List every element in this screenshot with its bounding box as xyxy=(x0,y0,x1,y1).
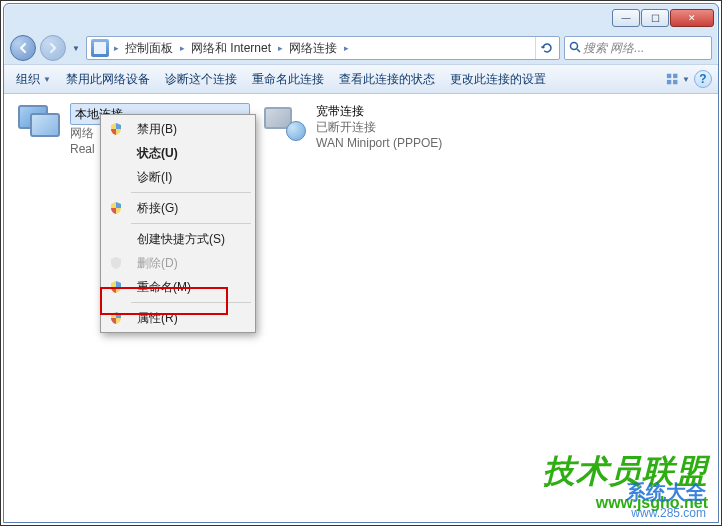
connection-title: 宽带连接 xyxy=(316,103,442,119)
svg-rect-2 xyxy=(667,74,671,78)
watermark-text-blue: 系统大全 xyxy=(626,479,706,506)
breadcrumb-control-panel[interactable]: 控制面板 xyxy=(121,40,177,57)
svg-rect-5 xyxy=(673,80,677,84)
minimize-button[interactable]: — xyxy=(612,9,640,27)
maximize-button[interactable]: ☐ xyxy=(641,9,669,27)
menu-separator xyxy=(131,223,251,224)
view-status-button[interactable]: 查看此连接的状态 xyxy=(333,68,444,91)
breadcrumb-sep[interactable]: ▸ xyxy=(111,43,121,53)
breadcrumb-sep[interactable]: ▸ xyxy=(177,43,187,53)
navigation-row: ▼ ▸ 控制面板 ▸ 网络和 Internet ▸ 网络连接 ▸ 搜索 网络..… xyxy=(4,32,718,64)
svg-point-0 xyxy=(571,42,578,49)
history-dropdown[interactable]: ▼ xyxy=(70,44,82,53)
menu-properties[interactable]: 属性(R) xyxy=(103,306,253,330)
breadcrumb-sep[interactable]: ▸ xyxy=(275,43,285,53)
search-placeholder: 搜索 网络... xyxy=(583,40,644,57)
svg-line-1 xyxy=(577,49,580,52)
diagnose-button[interactable]: 诊断这个连接 xyxy=(159,68,246,91)
broadband-icon xyxy=(262,103,308,143)
menu-rename[interactable]: 重命名(M) xyxy=(103,275,253,299)
refresh-button[interactable] xyxy=(535,37,557,59)
watermark: 技术员联盟 www.jsgho.net 系统大全 www.285.com xyxy=(543,450,708,512)
titlebar: — ☐ ✕ xyxy=(4,4,718,32)
menu-delete: 删除(D) xyxy=(103,251,253,275)
menu-create-shortcut[interactable]: 创建快捷方式(S) xyxy=(103,227,253,251)
svg-rect-3 xyxy=(673,74,677,78)
menu-separator xyxy=(131,302,251,303)
connection-device: WAN Miniport (PPPOE) xyxy=(316,135,442,151)
breadcrumb-network-connections[interactable]: 网络连接 xyxy=(285,40,341,57)
menu-diagnose[interactable]: 诊断(I) xyxy=(103,165,253,189)
search-icon xyxy=(569,41,581,56)
breadcrumb-sep[interactable]: ▸ xyxy=(341,43,351,53)
menu-status[interactable]: 状态(U) xyxy=(103,141,253,165)
organize-menu[interactable]: 组织▼ xyxy=(10,68,60,91)
menu-bridge[interactable]: 桥接(G) xyxy=(103,196,253,220)
search-box[interactable]: 搜索 网络... xyxy=(564,36,712,60)
explorer-window: — ☐ ✕ ▼ ▸ 控制面板 ▸ 网络和 Internet ▸ 网络连接 ▸ xyxy=(3,3,719,523)
breadcrumb-network-internet[interactable]: 网络和 Internet xyxy=(187,40,275,57)
toolbar: 组织▼ 禁用此网络设备 诊断这个连接 重命名此连接 查看此连接的状态 更改此连接… xyxy=(4,64,718,94)
connection-broadband[interactable]: 宽带连接 已断开连接 WAN Miniport (PPPOE) xyxy=(262,103,482,514)
disable-device-button[interactable]: 禁用此网络设备 xyxy=(60,68,159,91)
menu-separator xyxy=(131,192,251,193)
context-menu: 禁用(B) 状态(U) 诊断(I) 桥接(G) 创建快捷方式(S) 删除(D) … xyxy=(100,114,256,333)
address-bar[interactable]: ▸ 控制面板 ▸ 网络和 Internet ▸ 网络连接 ▸ xyxy=(86,36,560,60)
change-settings-button[interactable]: 更改此连接的设置 xyxy=(444,68,555,91)
watermark-url-blue: www.285.com xyxy=(631,506,706,520)
connection-status: 已断开连接 xyxy=(316,119,442,135)
back-button[interactable] xyxy=(10,35,36,61)
menu-disable[interactable]: 禁用(B) xyxy=(103,117,253,141)
close-button[interactable]: ✕ xyxy=(670,9,714,27)
location-icon xyxy=(91,39,109,57)
network-adapter-icon xyxy=(16,103,62,143)
forward-button[interactable] xyxy=(40,35,66,61)
rename-button[interactable]: 重命名此连接 xyxy=(246,68,333,91)
svg-rect-4 xyxy=(667,80,671,84)
view-options-button[interactable]: ▼ xyxy=(666,68,690,90)
help-button[interactable]: ? xyxy=(694,70,712,88)
